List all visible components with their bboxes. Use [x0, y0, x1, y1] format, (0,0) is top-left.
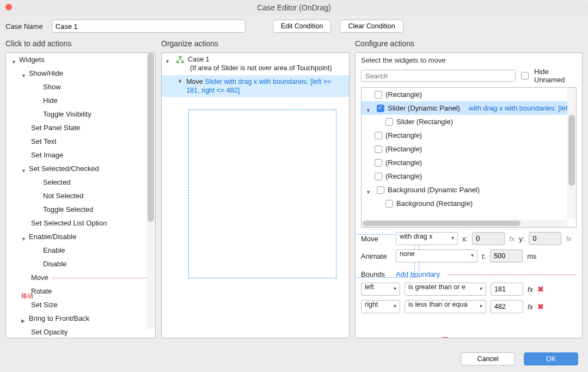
ms-label: ms: [527, 252, 536, 260]
tree-showhide[interactable]: Show/Hide: [6, 66, 155, 80]
widget-rect[interactable]: (Rectangle): [362, 88, 576, 101]
move-mode-select[interactable]: with drag x: [396, 232, 458, 245]
t-label: t:: [482, 252, 486, 260]
fx-icon[interactable]: fx: [528, 285, 533, 294]
action-set-selected-list[interactable]: Set Selected List Option: [6, 216, 155, 230]
widget-rect[interactable]: (Rectangle): [362, 142, 576, 156]
y-input[interactable]: [529, 232, 561, 245]
chevron-down-icon[interactable]: [11, 57, 17, 63]
checkbox[interactable]: [375, 159, 382, 167]
close-icon[interactable]: [5, 4, 12, 10]
action-set-image[interactable]: Set Image: [6, 148, 155, 162]
h-scrollbar[interactable]: [362, 219, 567, 227]
select-widgets-label: Select the widgets to move: [361, 56, 577, 64]
action-show[interactable]: Show: [6, 80, 155, 94]
configure-panel: Select the widgets to move Hide Unnamed …: [355, 52, 583, 338]
edge-select[interactable]: right: [361, 300, 400, 313]
edit-condition-button[interactable]: Edit Condition: [273, 20, 332, 33]
cancel-button[interactable]: Cancel: [461, 352, 515, 365]
boundary-row-1: left is greater than or e fx ✖: [361, 283, 577, 296]
widget-bg-dp[interactable]: Background (Dynamic Panel): [362, 183, 576, 197]
flowchart-icon: [176, 56, 185, 64]
bolt-icon: [177, 77, 183, 85]
move-action-row[interactable]: Move Slider with drag x with boundaries:…: [162, 75, 349, 97]
checkbox[interactable]: [375, 132, 382, 139]
edge-select[interactable]: left: [361, 283, 400, 296]
action-selected[interactable]: Selected: [6, 175, 155, 189]
checkbox[interactable]: [385, 200, 393, 208]
boundary-value-input[interactable]: [491, 300, 523, 313]
action-set-panel-state[interactable]: Set Panel State: [6, 121, 155, 135]
checkbox[interactable]: [385, 118, 393, 126]
tree-selected-checked[interactable]: Set Selected/Checked: [6, 162, 155, 175]
case-title: Case 1: [188, 55, 332, 64]
checkbox[interactable]: [377, 186, 384, 194]
bounds-header-row: Bounds Add boundary: [361, 270, 577, 278]
chevron-down-icon[interactable]: [165, 57, 170, 62]
delete-icon[interactable]: ✖: [537, 285, 544, 294]
op-select[interactable]: is less than or equa: [405, 300, 486, 313]
clear-condition-button[interactable]: Clear Condition: [340, 20, 403, 33]
case-condition: (If area of Slider is not over area of T…: [188, 64, 332, 72]
tree-enable-disable[interactable]: Enable/Disable: [6, 230, 155, 243]
svg-rect-2: [181, 61, 184, 63]
checkbox[interactable]: [375, 91, 382, 99]
chevron-right-icon[interactable]: [21, 316, 27, 321]
chevron-down-icon[interactable]: [21, 71, 27, 76]
fx-icon[interactable]: fx: [509, 235, 514, 243]
widget-rect[interactable]: (Rectangle): [362, 129, 576, 142]
action-set-size[interactable]: Set Size: [6, 298, 155, 312]
widget-list: (Rectangle) Slider (Dynamic Panel) with …: [361, 87, 577, 228]
scrollbar[interactable]: [146, 53, 155, 329]
action-rotate[interactable]: Rotate: [6, 284, 155, 298]
op-select[interactable]: is greater than or e: [405, 283, 486, 296]
action-disable[interactable]: Disable: [6, 257, 155, 271]
action-hide[interactable]: Hide: [6, 94, 155, 107]
annotation-lte: <=: [440, 335, 448, 338]
move-config-row: Move with drag x x: fx y: fx: [361, 232, 577, 245]
case-header[interactable]: Case 1 (If area of Slider is not over ar…: [162, 53, 349, 75]
fx-icon[interactable]: fx: [528, 303, 533, 311]
widget-bg-rect[interactable]: Background (Rectangle): [362, 197, 576, 210]
t-input[interactable]: [490, 249, 523, 263]
widget-slider-dp[interactable]: Slider (Dynamic Panel) with drag x with …: [362, 101, 576, 115]
svg-rect-1: [176, 61, 179, 63]
hint-box: [188, 109, 336, 278]
fx-icon[interactable]: fx: [566, 235, 571, 243]
footer: Cancel OK: [0, 346, 588, 372]
case-name-input[interactable]: [52, 20, 246, 33]
search-input[interactable]: [361, 70, 516, 82]
action-toggle-selected[interactable]: Toggle Selected: [6, 203, 155, 216]
chevron-down-icon[interactable]: [366, 106, 371, 111]
action-not-selected[interactable]: Not Selected: [6, 189, 155, 203]
checkbox[interactable]: [375, 145, 382, 153]
tree-bring-front-back[interactable]: Bring to Front/Back: [6, 312, 155, 325]
tree-widgets[interactable]: Widgets: [6, 53, 155, 66]
widget-rect[interactable]: (Rectangle): [362, 169, 576, 183]
action-move[interactable]: Move: [6, 271, 155, 284]
checkbox[interactable]: [375, 173, 382, 180]
actions-column: Click to add actions Widgets Show/Hide S…: [5, 37, 156, 346]
boundary-value-input[interactable]: [491, 283, 523, 296]
scrollbar[interactable]: [567, 88, 576, 218]
y-label: y:: [519, 235, 524, 243]
actions-panel: Widgets Show/Hide Show Hide Toggle Visib…: [5, 52, 156, 338]
add-boundary-link[interactable]: Add boundary: [396, 270, 440, 278]
action-enable[interactable]: Enable: [6, 243, 155, 257]
action-set-text[interactable]: Set Text: [6, 135, 155, 148]
widget-rect[interactable]: (Rectangle): [362, 156, 576, 169]
ok-button[interactable]: OK: [524, 352, 578, 365]
animate-select[interactable]: none: [396, 249, 477, 263]
chevron-down-icon[interactable]: [366, 187, 371, 193]
case-editor-window: Case Editor (OnDrag) Case Name Edit Cond…: [0, 0, 588, 372]
x-input[interactable]: [472, 232, 505, 245]
widget-slider-rect[interactable]: Slider (Rectangle): [362, 115, 576, 129]
action-toggle-visibility[interactable]: Toggle Visibility: [6, 107, 155, 121]
action-set-opacity[interactable]: Set Opacity: [6, 325, 155, 338]
boundary-row-2: right is less than or equa fx ✖: [361, 300, 577, 313]
checkbox[interactable]: [377, 105, 384, 112]
chevron-down-icon[interactable]: [21, 166, 27, 172]
chevron-down-icon[interactable]: [21, 234, 27, 240]
hide-unnamed-checkbox[interactable]: [521, 72, 529, 80]
delete-icon[interactable]: ✖: [537, 302, 544, 311]
